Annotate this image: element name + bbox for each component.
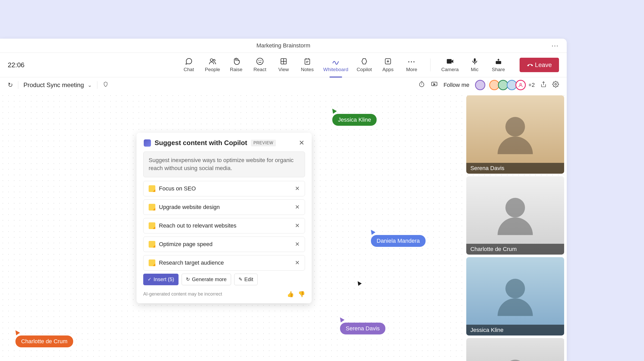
suggestion-item[interactable]: Upgrade website design ✕ [143, 199, 305, 215]
avatar[interactable] [475, 80, 485, 90]
remove-suggestion-icon[interactable]: ✕ [295, 259, 300, 266]
video-tile[interactable]: Jessica Kline [466, 257, 564, 335]
meeting-toolbar: 22:06 Chat People Raise [0, 53, 567, 77]
cursor-jessica: Jessica Kline [332, 108, 377, 126]
share-button[interactable]: Share [491, 57, 506, 72]
mic-button[interactable]: Mic [467, 57, 482, 72]
copilot-footer: AI-generated content may be incorrect 👍 … [137, 290, 312, 303]
divider [97, 81, 97, 89]
more-button[interactable]: ⋯ More [404, 57, 419, 72]
svg-point-1 [213, 60, 215, 62]
suggestion-item[interactable]: Optimize page speed ✕ [143, 237, 305, 252]
export-icon[interactable] [540, 81, 547, 89]
divider [18, 81, 18, 89]
camera-button[interactable]: Camera [441, 57, 459, 72]
sticky-note-icon [149, 241, 155, 248]
video-tile[interactable] [466, 338, 564, 361]
sticky-note-icon [149, 222, 155, 229]
cursor-pointer-icon [338, 316, 344, 322]
notes-icon [304, 57, 311, 65]
follow-me-button[interactable]: Follow me [444, 82, 469, 88]
participant-name: Jessica Kline [466, 325, 564, 335]
chat-icon [185, 57, 193, 65]
svg-point-0 [210, 59, 213, 61]
participant-avatars[interactable]: +2 [475, 80, 535, 90]
svg-rect-8 [305, 59, 310, 64]
raise-hand-button[interactable]: Raise [228, 57, 244, 72]
video-tile[interactable]: Charlotte de Crum [466, 176, 564, 255]
thumbs-down-icon[interactable]: 👎 [298, 291, 305, 298]
whiteboard-icon [332, 57, 340, 65]
redo-icon[interactable]: ↻ [8, 81, 13, 89]
copilot-button[interactable]: Copilot [357, 57, 372, 72]
whiteboard-title-dropdown[interactable]: Product Sync meeting ⌄ [23, 81, 92, 89]
participant-video-placeholder [466, 176, 564, 255]
copilot-prompt-input[interactable]: Suggest inexpensive ways to optimize web… [143, 152, 305, 177]
cursor-pointer-icon [369, 228, 375, 235]
hand-icon [232, 57, 240, 65]
remove-suggestion-icon[interactable]: ✕ [295, 185, 300, 192]
close-button[interactable]: ✕ [299, 139, 304, 147]
svg-point-3 [259, 60, 259, 61]
cursor-pointer-icon [356, 280, 362, 286]
svg-point-24 [555, 83, 557, 85]
whiteboard-right-controls: Follow me +2 [418, 80, 559, 90]
timer-icon[interactable] [418, 81, 425, 89]
pencil-icon: ✎ [239, 276, 242, 282]
people-button[interactable]: People [205, 57, 220, 72]
participant-name: Charlotte de Crum [466, 244, 564, 255]
toolbar-items: Chat People Raise React [181, 57, 559, 72]
cursor-pointer-icon [13, 329, 20, 335]
remove-suggestion-icon[interactable]: ✕ [295, 222, 300, 229]
toolbar-separator [430, 58, 430, 71]
whiteboard-button[interactable]: Whiteboard [323, 57, 348, 72]
copilot-icon [361, 57, 368, 65]
cursor-serena: Serena Davis [340, 317, 385, 334]
leave-button[interactable]: Leave [520, 58, 559, 72]
chat-button[interactable]: Chat [181, 57, 197, 72]
video-sidebar: Serena Davis Charlotte de Crum Jessica K… [464, 93, 567, 361]
participant-video-placeholder [466, 338, 564, 361]
copilot-logo-icon [144, 139, 151, 147]
suggestion-item[interactable]: Focus on SEO ✕ [143, 181, 305, 196]
ai-disclaimer: AI-generated content may be incorrect [143, 291, 222, 297]
avatar[interactable] [515, 80, 526, 90]
svg-point-25 [505, 117, 525, 137]
settings-icon[interactable] [552, 81, 559, 89]
svg-point-26 [505, 198, 525, 217]
more-participants-count[interactable]: +2 [528, 82, 535, 88]
mic-icon [471, 57, 478, 65]
copilot-actions: ✓ Insert (5) ↻ Generate more ✎ Edit [143, 274, 305, 285]
meeting-title: Marketing Brainstorm [256, 42, 310, 49]
edit-button[interactable]: ✎ Edit [234, 274, 258, 285]
participant-video-placeholder [466, 257, 564, 335]
access-icon[interactable] [103, 81, 109, 89]
svg-point-27 [505, 279, 525, 298]
preview-badge: PREVIEW [251, 140, 276, 146]
insert-button[interactable]: ✓ Insert (5) [143, 274, 179, 285]
people-icon [209, 57, 216, 65]
notes-button[interactable]: Notes [300, 57, 315, 72]
copilot-header: Suggest content with Copilot PREVIEW ✕ [137, 133, 312, 152]
sticky-note-icon [149, 259, 155, 266]
react-button[interactable]: React [252, 57, 268, 72]
remove-suggestion-icon[interactable]: ✕ [295, 241, 300, 248]
view-button[interactable]: View [276, 57, 291, 72]
suggestion-item[interactable]: Research target audience ✕ [143, 255, 305, 271]
title-bar: Marketing Brainstorm ⋯ [0, 39, 567, 53]
divider [488, 80, 488, 90]
participant-name: Serena Davis [466, 163, 564, 174]
sticky-note-icon [149, 185, 155, 192]
apps-button[interactable]: Apps [380, 57, 396, 72]
generate-more-button[interactable]: ↻ Generate more [182, 274, 231, 285]
thumbs-up-icon[interactable]: 👍 [287, 291, 294, 298]
remove-suggestion-icon[interactable]: ✕ [295, 204, 300, 211]
grid-icon [280, 57, 287, 65]
whiteboard-subbar: ↻ Product Sync meeting ⌄ Follow me [0, 77, 567, 93]
whiteboard-canvas[interactable]: Jessica Kline Daniela Mandera Serena Dav… [0, 93, 567, 361]
present-icon[interactable] [431, 81, 438, 89]
phone-down-icon [525, 60, 534, 69]
suggestion-item[interactable]: Reach out to relevant websites ✕ [143, 218, 305, 233]
video-tile[interactable]: Serena Davis [466, 95, 564, 174]
more-options-icon[interactable]: ⋯ [551, 41, 559, 50]
